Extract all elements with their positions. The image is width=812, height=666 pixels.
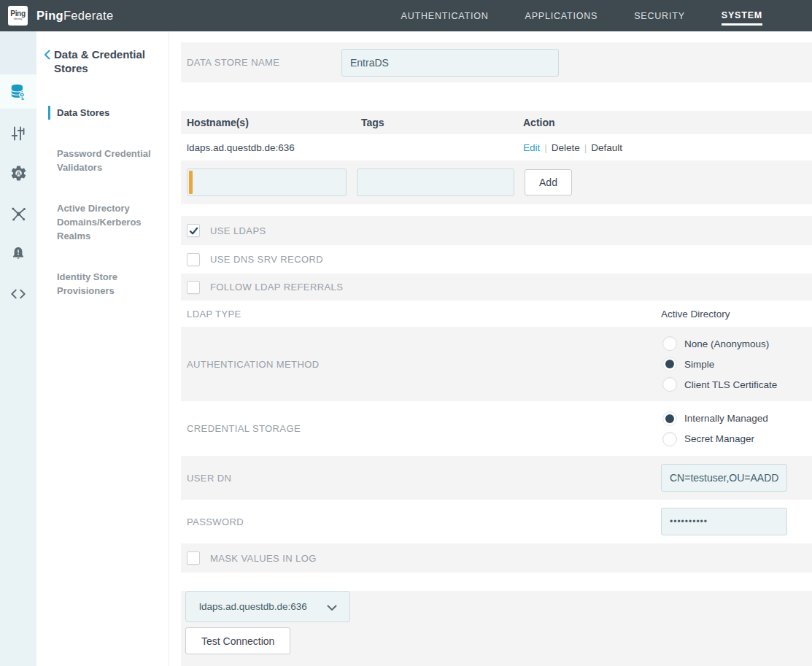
user-dn-input[interactable] — [661, 464, 787, 492]
admin-gear-icon: A — [9, 164, 28, 182]
data-store-name-row: DATA STORE NAME — [181, 42, 812, 82]
rail-item-settings[interactable] — [0, 116, 36, 150]
test-connection-button[interactable]: Test Connection — [185, 627, 290, 654]
app-title-light: Federate — [63, 9, 113, 22]
nav-system[interactable]: SYSTEM — [722, 6, 762, 26]
sidebar-item-identity-store-provisioners[interactable]: Identity Store Provisioners — [48, 270, 158, 298]
top-bar: Ping Identity PingFederate AUTHENTICATIO… — [0, 0, 812, 31]
new-hostname-input[interactable] — [187, 169, 347, 196]
radio-selected-icon — [662, 357, 677, 371]
col-tags: Tags — [355, 117, 517, 128]
col-hostnames: Hostname(s) — [181, 117, 355, 128]
rail-item-api[interactable] — [0, 276, 36, 311]
mask-values-checkbox[interactable] — [187, 551, 200, 565]
radio-icon — [662, 336, 677, 351]
delete-link[interactable]: Delete — [552, 142, 580, 153]
follow-ldap-referrals-row: FOLLOW LDAP REFERRALS — [181, 274, 812, 301]
nav-applications[interactable]: APPLICATIONS — [525, 7, 598, 26]
rail-item-alerts[interactable] — [0, 236, 36, 271]
app-title: PingFederate — [36, 9, 113, 23]
ldap-type-value: Active Directory — [661, 309, 730, 320]
password-row: PASSWORD — [181, 500, 812, 543]
action-separator: | — [584, 142, 587, 153]
svg-text:A: A — [16, 170, 21, 177]
credential-storage-row: CREDENTIAL STORAGE Internally Managed Se… — [181, 401, 812, 456]
radio-secret-manager[interactable]: Secret Manager — [662, 432, 768, 446]
action-separator: | — [544, 142, 547, 153]
use-ldaps-checkbox[interactable] — [187, 224, 200, 237]
icon-rail: A — [0, 31, 36, 666]
logo-subtext: Identity — [14, 18, 22, 21]
radio-icon — [662, 377, 677, 392]
chevron-down-icon — [327, 605, 337, 611]
new-tags-input[interactable] — [357, 169, 514, 196]
user-dn-row: USER DN — [181, 456, 812, 500]
use-dns-srv-label: USE DNS SRV RECORD — [210, 254, 323, 265]
ping-identity-logo: Ping Identity — [8, 6, 28, 26]
ldap-type-label: LDAP TYPE — [181, 309, 241, 320]
nav-security[interactable]: SECURITY — [634, 7, 685, 26]
hostname-select-value: ldaps.ad.questdb.de:636 — [186, 601, 307, 612]
use-ldaps-label: USE LDAPS — [210, 225, 266, 236]
rail-item-data-stores[interactable] — [0, 74, 36, 109]
network-icon — [9, 204, 28, 222]
radio-simple[interactable]: Simple — [662, 357, 777, 371]
sidebar-item-data-stores[interactable]: Data Stores — [48, 106, 158, 120]
radio-internally-managed[interactable]: Internally Managed — [662, 411, 768, 426]
data-store-name-label: DATA STORE NAME — [181, 57, 279, 68]
sidebar-item-password-credential-validators[interactable]: Password Credential Validators — [48, 147, 158, 174]
main-content: DATA STORE NAME Hostname(s) Tags Action … — [169, 31, 812, 666]
sidebar-title: Data & Credential Stores — [54, 47, 169, 75]
radio-none-anonymous[interactable]: None (Anonymous) — [662, 336, 777, 351]
hostnames-table-header: Hostname(s) Tags Action — [181, 111, 812, 134]
sidebar-items: Data Stores Password Credential Validato… — [36, 106, 169, 298]
ldap-type-row: LDAP TYPE Active Directory — [181, 301, 812, 327]
rail-item-admin[interactable]: A — [0, 156, 36, 190]
mask-values-label: MASK VALUES IN LOG — [210, 553, 317, 564]
hostname-select[interactable]: ldaps.ad.questdb.de:636 — [185, 591, 350, 622]
action-cell: Edit|Delete|Default — [517, 142, 812, 153]
use-ldaps-row: USE LDAPS — [181, 216, 812, 245]
user-dn-label: USER DN — [181, 473, 231, 484]
col-action: Action — [517, 117, 812, 128]
radio-selected-icon — [662, 411, 677, 426]
api-code-icon — [9, 284, 28, 303]
authentication-method-label: AUTHENTICATION METHOD — [181, 359, 320, 370]
app-title-bold: Ping — [36, 9, 63, 22]
add-hostname-row: Add — [181, 160, 812, 204]
edit-link[interactable]: Edit — [523, 142, 540, 153]
credential-storage-options: Internally Managed Secret Manager — [662, 411, 768, 446]
authentication-method-row: AUTHENTICATION METHOD None (Anonymous) S… — [181, 327, 812, 401]
use-dns-srv-row: USE DNS SRV RECORD — [181, 245, 812, 274]
use-dns-srv-checkbox[interactable] — [187, 253, 200, 266]
authentication-method-options: None (Anonymous) Simple Client TLS Certi… — [662, 336, 777, 392]
password-label: PASSWORD — [181, 516, 244, 527]
logo-text: Ping — [10, 10, 25, 18]
sidebar-item-ad-domains-kerberos-realms[interactable]: Active Directory Domains/Kerberos Realms — [48, 201, 158, 243]
sidebar-back[interactable]: Data & Credential Stores — [44, 47, 169, 75]
data-store-name-input[interactable] — [341, 49, 559, 77]
default-link[interactable]: Default — [591, 142, 622, 153]
follow-ldap-referrals-label: FOLLOW LDAP REFERRALS — [210, 282, 343, 293]
mask-values-row: MASK VALUES IN LOG — [181, 543, 812, 573]
rail-item-network[interactable] — [0, 196, 36, 231]
rail-spacer — [0, 31, 36, 74]
hostname-table-row: ldaps.ad.questdb.de:636 Edit|Delete|Defa… — [181, 134, 812, 160]
radio-icon — [662, 432, 677, 446]
add-button[interactable]: Add — [525, 169, 572, 195]
radio-client-tls-certificate[interactable]: Client TLS Certificate — [662, 377, 777, 392]
data-stores-icon — [9, 82, 28, 101]
hostname-cell: ldaps.ad.questdb.de:636 — [181, 142, 355, 153]
credential-storage-label: CREDENTIAL STORAGE — [181, 423, 301, 434]
primary-nav: AUTHENTICATION APPLICATIONS SECURITY SYS… — [401, 6, 762, 26]
checkmark-icon — [189, 226, 198, 236]
follow-ldap-referrals-checkbox[interactable] — [187, 281, 200, 294]
section-sidebar: Data & Credential Stores Data Stores Pas… — [36, 31, 169, 666]
nav-authentication[interactable]: AUTHENTICATION — [401, 7, 489, 26]
alerts-bell-icon — [9, 245, 27, 263]
test-connection-section: ldaps.ad.questdb.de:636 Test Connection — [181, 591, 812, 666]
sliders-icon — [9, 125, 27, 142]
password-input[interactable] — [661, 508, 787, 535]
chevron-left-icon — [44, 47, 54, 75]
